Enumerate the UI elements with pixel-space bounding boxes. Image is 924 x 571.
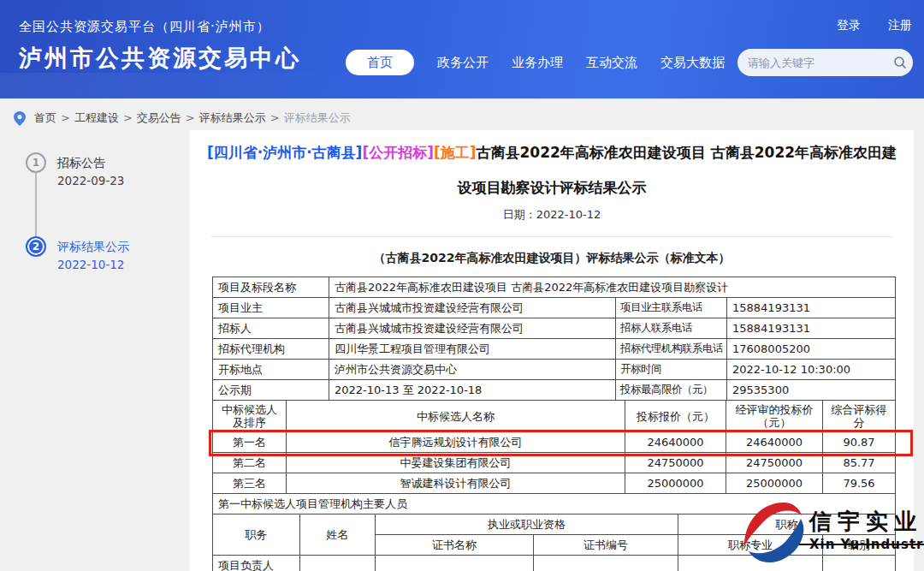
info-value: 古蔺县兴城城市投资建设经营有限公司 — [329, 298, 616, 318]
empty-cell — [300, 556, 376, 571]
search-input[interactable] — [748, 57, 893, 69]
divider — [210, 236, 893, 237]
info-value: 29535300 — [727, 380, 896, 401]
register-link[interactable]: 注册 — [888, 18, 912, 33]
result-tables: 项目及标段名称 古蔺县2022年高标准农田建设项目 古蔺县2022年高标准农田建… — [212, 277, 895, 571]
col-header-title-level: 级别 — [823, 535, 896, 556]
breadcrumb-current: 评标结果公示 — [284, 110, 355, 126]
nav-item-services[interactable]: 业务办理 — [512, 50, 563, 75]
nav-item-home[interactable]: 首页 — [346, 50, 414, 75]
timeline-step1-label: 招标公告 — [57, 154, 124, 171]
table-row: 第三名 智诚建科设计有限公司 25000000 25000000 79.56 — [213, 473, 896, 494]
auth-links: 登录 注册 — [837, 18, 912, 33]
process-timeline: 1 招标公告 2022-09-23 2 评标结果公示 2022-10-12 — [26, 152, 184, 274]
info-label: 开标时间 — [616, 360, 727, 380]
nav-item-gov-info[interactable]: 政务公开 — [437, 50, 489, 75]
info-label: 招标人联系电话 — [616, 318, 727, 339]
info-value: 2022-10-12 10:30:00 — [727, 360, 896, 380]
col-header-position: 职务 — [213, 514, 300, 556]
empty-cell — [534, 556, 678, 571]
platform-title: 全国公共资源交易平台（四川省·泸州市） — [19, 19, 270, 35]
article-title-text: 古蔺县2022年高标准农田建设项目 古蔺县2022年高标准农田建设项目勘察设计评… — [458, 144, 897, 196]
location-pin-icon — [14, 111, 26, 126]
col-header-score: 综合评标得分 — [823, 401, 896, 432]
candidate-name-cell: 智诚建科设计有限公司 — [287, 473, 625, 494]
table-row: 项目及标段名称 古蔺县2022年高标准农田建设项目 古蔺县2022年高标准农田建… — [213, 277, 896, 298]
nav-item-interaction[interactable]: 互动交流 — [586, 50, 637, 75]
col-header-price: 投标报价（元） — [625, 401, 726, 432]
nav-item-big-data[interactable]: 交易大数据 — [660, 50, 725, 75]
info-label: 开标地点 — [213, 360, 329, 380]
search-icon[interactable] — [893, 56, 907, 69]
score-cell: 85.77 — [823, 453, 896, 473]
bid-header-row: 中标候选人及排序 中标候选人名称 投标报价（元） 经评审的投标价（元） 综合评标… — [213, 401, 896, 432]
breadcrumb-engineering[interactable]: 工程建设 — [74, 110, 133, 126]
table-row: 开标地点 泸州市公共资源交易中心 开标时间 2022-10-12 10:30:0… — [213, 360, 896, 380]
timeline-step-announcement[interactable]: 1 招标公告 2022-09-23 — [26, 152, 184, 190]
col-header-rank: 中标候选人及排序 — [213, 401, 287, 432]
article-date: 日期：2022-10-12 — [190, 207, 914, 223]
breadcrumb-home[interactable]: 首页 — [34, 110, 70, 126]
section-title-row: 第一中标候选人项目管理机构主要人员 — [213, 494, 896, 514]
article-title: [四川省·泸州市·古蔺县][公开招标][施工]古蔺县2022年高标准农田建设项目… — [205, 135, 898, 205]
personnel-table: 第一中标候选人项目管理机构主要人员 职务 姓名 执业或职业资格 职称 证书名称 … — [212, 493, 896, 571]
price-cell: 24750000 — [625, 453, 726, 473]
info-value: 15884193131 — [727, 318, 896, 339]
candidate-name-cell: 中晏建设集团有限公司 — [287, 453, 625, 473]
timeline-step2-label: 评标结果公示 — [57, 238, 129, 255]
info-label: 投标最高限价（元） — [616, 380, 727, 401]
info-value: 17608005200 — [727, 339, 896, 360]
table-row: 公示期 2022-10-13 至 2022-10-18 投标最高限价（元） 29… — [213, 380, 896, 401]
timeline-step-result[interactable]: 2 评标结果公示 2022-10-12 — [26, 236, 184, 274]
breadcrumb-announcements[interactable]: 交易公告 — [137, 110, 195, 126]
login-link[interactable]: 登录 — [837, 18, 861, 33]
table-row: 项目业主 古蔺县兴城城市投资建设经营有限公司 项目业主联系电话 15884193… — [213, 298, 896, 318]
personnel-section-title: 第一中标候选人项目管理机构主要人员 — [213, 494, 896, 514]
info-value: 15884193131 — [727, 298, 896, 318]
project-info-table: 项目及标段名称 古蔺县2022年高标准农田建设项目 古蔺县2022年高标准农田建… — [212, 277, 896, 401]
info-label: 公示期 — [213, 380, 329, 401]
empty-cell — [823, 556, 896, 571]
score-cell: 79.56 — [823, 473, 896, 494]
search-box[interactable] — [737, 49, 913, 76]
info-label: 招标人 — [213, 318, 329, 339]
timeline-step2-circle: 2 — [26, 236, 46, 257]
info-value: 泸州市公共资源交易中心 — [329, 360, 616, 380]
info-label: 项目业主 — [213, 298, 329, 318]
info-value: 2022-10-13 至 2022-10-18 — [329, 380, 616, 401]
result-table-title: （古蔺县2022年高标准农田建设项目）评标结果公示（标准文本） — [190, 251, 914, 266]
region-tag: [四川省·泸州市·古蔺县] — [207, 144, 362, 161]
category-tag: [施工] — [434, 144, 477, 161]
table-row: 招标代理机构 四川华景工程项目管理有限公司 招标代理机构联系电话 1760800… — [213, 339, 896, 360]
breadcrumb-results[interactable]: 评标结果公示 — [199, 110, 280, 126]
site-header: 全国公共资源交易平台（四川省·泸州市） 泸州市公共资源交易中心 登录 注册 首页… — [0, 0, 924, 98]
rank-cell: 第二名 — [213, 453, 287, 473]
table-row: 第二名 中晏建设集团有限公司 24750000 24750000 85.77 — [213, 453, 896, 473]
reviewed-price-cell: 25000000 — [726, 473, 823, 494]
winning-row: 第一名 信宇腾远规划设计有限公司 24640000 24640000 90.87 — [213, 432, 896, 453]
col-header-qualification: 执业或职业资格 — [376, 514, 678, 535]
site-title: 泸州市公共资源交易中心 — [19, 43, 301, 74]
col-header-title: 职称 — [678, 514, 896, 535]
info-label: 项目及标段名称 — [213, 277, 329, 298]
info-value: 古蔺县2022年高标准农田建设项目 古蔺县2022年高标准农田建设项目勘察设计 — [329, 277, 896, 298]
timeline-step1-circle: 1 — [26, 152, 46, 173]
table-row: 招标人 古蔺县兴城城市投资建设经营有限公司 招标人联系电话 1588419313… — [213, 318, 896, 339]
position-cell: 项目负责人 — [213, 556, 300, 571]
price-cell: 25000000 — [625, 473, 726, 494]
article-card: [四川省·泸州市·古蔺县][公开招标][施工]古蔺县2022年高标准农田建设项目… — [190, 130, 914, 571]
page: 全国公共资源交易平台（四川省·泸州市） 泸州市公共资源交易中心 登录 注册 首页… — [0, 0, 924, 571]
col-header-cert-name: 证书名称 — [376, 535, 534, 556]
candidate-name-cell: 信宇腾远规划设计有限公司 — [287, 432, 625, 453]
col-header-cert-no: 证书编号 — [534, 535, 678, 556]
timeline-step2-date: 2022-10-12 — [57, 255, 129, 274]
personnel-header-row: 职务 姓名 执业或职业资格 职称 — [213, 514, 896, 535]
breadcrumb: 首页 工程建设 交易公告 评标结果公示 评标结果公示 — [14, 110, 355, 126]
score-cell: 90.87 — [823, 432, 896, 453]
table-row: 项目负责人 — [213, 556, 896, 571]
col-header-candidate-name: 中标候选人名称 — [287, 401, 625, 432]
col-header-title-major: 职称专业 — [678, 535, 823, 556]
col-header-reviewed-price: 经评审的投标价（元） — [726, 401, 823, 432]
col-header-person-name: 姓名 — [300, 514, 376, 556]
price-cell: 24640000 — [625, 432, 726, 453]
